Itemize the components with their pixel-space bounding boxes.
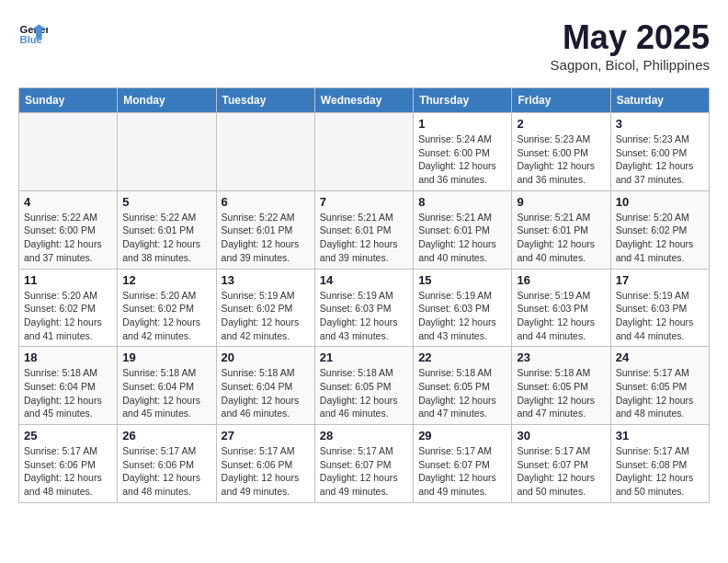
month-year-title: May 2025	[551, 18, 710, 57]
day-info: Sunrise: 5:19 AM Sunset: 6:03 PM Dayligh…	[616, 289, 704, 343]
day-info: Sunrise: 5:20 AM Sunset: 6:02 PM Dayligh…	[24, 289, 112, 343]
calendar-cell	[216, 113, 314, 191]
calendar-cell: 24Sunrise: 5:17 AM Sunset: 6:05 PM Dayli…	[610, 347, 709, 425]
calendar-cell: 29Sunrise: 5:17 AM Sunset: 6:07 PM Dayli…	[414, 425, 512, 503]
day-info: Sunrise: 5:19 AM Sunset: 6:03 PM Dayligh…	[517, 289, 605, 343]
calendar-cell: 6Sunrise: 5:22 AM Sunset: 6:01 PM Daylig…	[216, 190, 314, 269]
day-info: Sunrise: 5:22 AM Sunset: 6:00 PM Dayligh…	[24, 211, 112, 265]
day-info: Sunrise: 5:18 AM Sunset: 6:05 PM Dayligh…	[418, 366, 506, 420]
day-info: Sunrise: 5:18 AM Sunset: 6:05 PM Dayligh…	[320, 366, 408, 420]
day-info: Sunrise: 5:21 AM Sunset: 6:01 PM Dayligh…	[517, 211, 605, 265]
day-info: Sunrise: 5:20 AM Sunset: 6:02 PM Dayligh…	[616, 211, 704, 265]
day-number: 18	[24, 350, 112, 364]
day-info: Sunrise: 5:18 AM Sunset: 6:04 PM Dayligh…	[222, 366, 310, 420]
weekday-header-tuesday: Tuesday	[216, 88, 314, 113]
day-info: Sunrise: 5:19 AM Sunset: 6:03 PM Dayligh…	[418, 289, 506, 343]
day-number: 6	[222, 195, 310, 209]
day-number: 8	[418, 195, 506, 209]
day-number: 3	[616, 117, 704, 131]
day-number: 28	[320, 429, 408, 442]
day-info: Sunrise: 5:22 AM Sunset: 6:01 PM Dayligh…	[122, 211, 210, 265]
day-number: 25	[24, 429, 112, 442]
calendar-cell: 20Sunrise: 5:18 AM Sunset: 6:04 PM Dayli…	[216, 347, 314, 425]
day-number: 4	[24, 195, 112, 209]
day-number: 14	[320, 273, 408, 287]
calendar-cell: 11Sunrise: 5:20 AM Sunset: 6:02 PM Dayli…	[19, 269, 118, 347]
calendar-week-row: 11Sunrise: 5:20 AM Sunset: 6:02 PM Dayli…	[19, 269, 710, 347]
calendar-cell: 10Sunrise: 5:20 AM Sunset: 6:02 PM Dayli…	[610, 190, 709, 269]
day-number: 1	[418, 117, 506, 131]
logo: General Blue	[18, 18, 48, 48]
calendar-cell: 8Sunrise: 5:21 AM Sunset: 6:01 PM Daylig…	[414, 190, 512, 269]
day-number: 10	[616, 195, 704, 209]
day-info: Sunrise: 5:23 AM Sunset: 6:00 PM Dayligh…	[517, 132, 605, 187]
weekday-header-thursday: Thursday	[414, 88, 512, 113]
day-info: Sunrise: 5:24 AM Sunset: 6:00 PM Dayligh…	[418, 132, 506, 187]
weekday-header-row: SundayMondayTuesdayWednesdayThursdayFrid…	[19, 88, 710, 113]
weekday-header-saturday: Saturday	[610, 88, 709, 113]
calendar-cell: 30Sunrise: 5:17 AM Sunset: 6:07 PM Dayli…	[512, 425, 610, 503]
day-number: 15	[418, 273, 506, 287]
day-info: Sunrise: 5:17 AM Sunset: 6:06 PM Dayligh…	[122, 444, 210, 499]
day-number: 31	[616, 429, 704, 442]
calendar-cell: 5Sunrise: 5:22 AM Sunset: 6:01 PM Daylig…	[118, 190, 216, 269]
calendar-cell	[19, 113, 118, 191]
calendar-table: SundayMondayTuesdayWednesdayThursdayFrid…	[18, 87, 710, 503]
calendar-cell: 31Sunrise: 5:17 AM Sunset: 6:08 PM Dayli…	[610, 425, 709, 503]
calendar-cell: 1Sunrise: 5:24 AM Sunset: 6:00 PM Daylig…	[414, 113, 512, 191]
weekday-header-wednesday: Wednesday	[314, 88, 413, 113]
calendar-cell: 2Sunrise: 5:23 AM Sunset: 6:00 PM Daylig…	[512, 113, 610, 191]
day-number: 24	[616, 350, 704, 364]
day-number: 2	[517, 117, 605, 131]
calendar-cell: 19Sunrise: 5:18 AM Sunset: 6:04 PM Dayli…	[118, 347, 216, 425]
calendar-cell: 21Sunrise: 5:18 AM Sunset: 6:05 PM Dayli…	[314, 347, 413, 425]
day-info: Sunrise: 5:17 AM Sunset: 6:06 PM Dayligh…	[222, 444, 310, 499]
day-info: Sunrise: 5:21 AM Sunset: 6:01 PM Dayligh…	[418, 211, 506, 265]
day-number: 26	[122, 429, 210, 442]
calendar-cell	[314, 113, 413, 191]
day-number: 21	[320, 350, 408, 364]
day-info: Sunrise: 5:17 AM Sunset: 6:07 PM Dayligh…	[320, 444, 408, 499]
page-header: General Blue May 2025 Sagpon, Bicol, Phi…	[18, 18, 710, 73]
calendar-cell: 28Sunrise: 5:17 AM Sunset: 6:07 PM Dayli…	[314, 425, 413, 503]
calendar-cell: 9Sunrise: 5:21 AM Sunset: 6:01 PM Daylig…	[512, 190, 610, 269]
location-subtitle: Sagpon, Bicol, Philippines	[551, 57, 710, 73]
calendar-cell: 3Sunrise: 5:23 AM Sunset: 6:00 PM Daylig…	[610, 113, 709, 191]
calendar-cell: 7Sunrise: 5:21 AM Sunset: 6:01 PM Daylig…	[314, 190, 413, 269]
calendar-cell: 15Sunrise: 5:19 AM Sunset: 6:03 PM Dayli…	[414, 269, 512, 347]
day-info: Sunrise: 5:17 AM Sunset: 6:05 PM Dayligh…	[616, 366, 704, 420]
day-info: Sunrise: 5:22 AM Sunset: 6:01 PM Dayligh…	[222, 211, 310, 265]
calendar-cell: 25Sunrise: 5:17 AM Sunset: 6:06 PM Dayli…	[19, 425, 118, 503]
day-number: 27	[222, 429, 310, 442]
calendar-week-row: 1Sunrise: 5:24 AM Sunset: 6:00 PM Daylig…	[19, 113, 710, 191]
day-info: Sunrise: 5:17 AM Sunset: 6:06 PM Dayligh…	[24, 444, 112, 499]
day-info: Sunrise: 5:18 AM Sunset: 6:04 PM Dayligh…	[24, 366, 112, 420]
weekday-header-sunday: Sunday	[19, 88, 118, 113]
calendar-cell: 14Sunrise: 5:19 AM Sunset: 6:03 PM Dayli…	[314, 269, 413, 347]
day-info: Sunrise: 5:21 AM Sunset: 6:01 PM Dayligh…	[320, 211, 408, 265]
day-info: Sunrise: 5:18 AM Sunset: 6:04 PM Dayligh…	[122, 366, 210, 420]
calendar-cell: 26Sunrise: 5:17 AM Sunset: 6:06 PM Dayli…	[118, 425, 216, 503]
day-info: Sunrise: 5:18 AM Sunset: 6:05 PM Dayligh…	[517, 366, 605, 420]
day-number: 20	[222, 350, 310, 364]
calendar-cell: 18Sunrise: 5:18 AM Sunset: 6:04 PM Dayli…	[19, 347, 118, 425]
calendar-cell: 22Sunrise: 5:18 AM Sunset: 6:05 PM Dayli…	[414, 347, 512, 425]
calendar-cell	[118, 113, 216, 191]
day-number: 7	[320, 195, 408, 209]
day-number: 30	[517, 429, 605, 442]
day-info: Sunrise: 5:19 AM Sunset: 6:02 PM Dayligh…	[222, 289, 310, 343]
calendar-cell: 16Sunrise: 5:19 AM Sunset: 6:03 PM Dayli…	[512, 269, 610, 347]
day-info: Sunrise: 5:17 AM Sunset: 6:07 PM Dayligh…	[418, 444, 506, 499]
day-number: 9	[517, 195, 605, 209]
title-block: May 2025 Sagpon, Bicol, Philippines	[551, 18, 710, 73]
calendar-cell: 13Sunrise: 5:19 AM Sunset: 6:02 PM Dayli…	[216, 269, 314, 347]
weekday-header-monday: Monday	[118, 88, 216, 113]
day-number: 22	[418, 350, 506, 364]
day-number: 17	[616, 273, 704, 287]
day-info: Sunrise: 5:20 AM Sunset: 6:02 PM Dayligh…	[122, 289, 210, 343]
logo-icon: General Blue	[18, 18, 48, 48]
day-number: 16	[517, 273, 605, 287]
calendar-week-row: 4Sunrise: 5:22 AM Sunset: 6:00 PM Daylig…	[19, 190, 710, 269]
calendar-week-row: 25Sunrise: 5:17 AM Sunset: 6:06 PM Dayli…	[19, 425, 710, 503]
calendar-cell: 4Sunrise: 5:22 AM Sunset: 6:00 PM Daylig…	[19, 190, 118, 269]
